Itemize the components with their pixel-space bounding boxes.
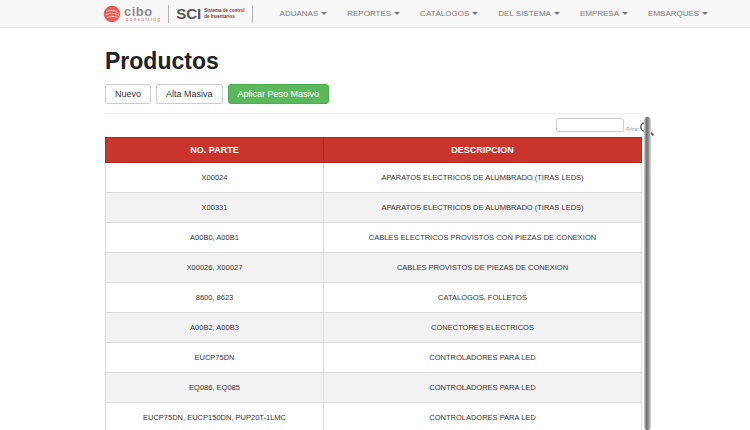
nav-item-label: REPORTES (347, 9, 391, 18)
nav-item-label: EMPRESA (580, 9, 619, 18)
column-header-no-parte[interactable]: NO. PARTE (106, 138, 324, 163)
nav-item-catálogos[interactable]: CATÁLOGOS (410, 9, 488, 18)
filter-input[interactable] (556, 118, 624, 132)
products-table: NO. PARTE DESCRIPCION X00024APARATOS ELE… (105, 137, 642, 430)
cell-no-parte: X00026, X00027 (106, 253, 324, 283)
cell-no-parte: EUCP75DN, EUCP150DN, PUP20T-1LMC (106, 403, 324, 430)
products-table-body: X00024APARATOS ELECTRICOS DE ALUMBRADO (… (106, 163, 642, 430)
aplicar-peso-masivo-button[interactable]: Aplicar Peso Masivo (228, 84, 330, 104)
nav-menu: ADUANASREPORTESCATÁLOGOSDEL SISTEMAEMPRE… (270, 9, 719, 18)
chevron-down-icon (554, 12, 560, 15)
chevron-down-icon (394, 12, 400, 15)
chevron-down-icon (702, 12, 708, 15)
cell-descripcion: CONTROLADORES PARA LED (324, 403, 642, 430)
cell-no-parte: EUCP75DN (106, 343, 324, 373)
cibo-logo-icon (103, 5, 121, 23)
cell-no-parte: X00331 (106, 193, 324, 223)
cell-descripcion: APARATOS ELECTRICOS DE ALUMBRADO (TIRAS … (324, 193, 642, 223)
cell-descripcion: CATALOGOS, FOLLETOS (324, 283, 642, 313)
nav-item-del-sistema[interactable]: DEL SISTEMA (488, 9, 570, 18)
toolbar: NuevoAlta MasivaAplicar Peso Masivo (105, 84, 641, 114)
page-title: Productos (105, 48, 641, 75)
nav-item-label: DEL SISTEMA (498, 9, 551, 18)
alta-masiva-button[interactable]: Alta Masiva (156, 84, 223, 104)
nav-item-label: CATÁLOGOS (420, 9, 469, 18)
table-header-row: NO. PARTE DESCRIPCION (106, 138, 642, 163)
brand-name: cibo (124, 5, 161, 18)
divider (252, 5, 253, 23)
column-header-descripcion[interactable]: DESCRIPCION (324, 138, 642, 163)
table-row[interactable]: X00331APARATOS ELECTRICOS DE ALUMBRADO (… (106, 193, 642, 223)
product-abbr: SCI (176, 5, 201, 22)
cell-descripcion: CABLES ELECTRICOS PROVISTOS CON PIEZAS D… (324, 223, 642, 253)
table-row[interactable]: EUCP75DN, EUCP150DN, PUP20T-1LMCCONTROLA… (106, 403, 642, 430)
divider (168, 5, 169, 23)
brand-logo[interactable]: cibo consulting (103, 5, 161, 23)
nav-item-label: EMBARQUES (648, 9, 699, 18)
cell-no-parte: 8600, 8623 (106, 283, 324, 313)
table-row[interactable]: X00024APARATOS ELECTRICOS DE ALUMBRADO (… (106, 163, 642, 193)
cell-no-parte: A00B2, A00B3 (106, 313, 324, 343)
nav-item-reportes[interactable]: REPORTES (337, 9, 410, 18)
nav-item-embarques[interactable]: EMBARQUES (638, 9, 718, 18)
top-navbar: cibo consulting SCI Sistema de control d… (0, 0, 750, 28)
chevron-down-icon (622, 12, 628, 15)
cell-descripcion: CABLES PROVISTOS DE PIEZAS DE CONEXION (324, 253, 642, 283)
table-row[interactable]: 8600, 8623CATALOGOS, FOLLETOS (106, 283, 642, 313)
table-row[interactable]: EUCP75DNCONTROLADORES PARA LED (106, 343, 642, 373)
cell-no-parte: A00B0, A00B1 (106, 223, 324, 253)
cell-descripcion: CONTROLADORES PARA LED (324, 343, 642, 373)
table-row[interactable]: EQ086, EQ085CONTROLADORES PARA LED (106, 373, 642, 403)
products-table-zone: NO. PARTE DESCRIPCION X00024APARATOS ELE… (105, 137, 641, 430)
product-name-line2: de Inventarios (204, 14, 244, 19)
cell-no-parte: EQ086, EQ085 (106, 373, 324, 403)
filter-row: Filtrar (105, 117, 641, 137)
table-row[interactable]: A00B2, A00B3CONECTORES ELECTRICOS (106, 313, 642, 343)
cell-descripcion: CONECTORES ELECTRICOS (324, 313, 642, 343)
brand-subtitle: consulting (126, 18, 161, 23)
main-content: Productos NuevoAlta MasivaAplicar Peso M… (105, 48, 641, 430)
chevron-down-icon (321, 12, 327, 15)
chevron-down-icon (472, 12, 478, 15)
table-row[interactable]: X00026, X00027CABLES PROVISTOS DE PIEZAS… (106, 253, 642, 283)
cell-descripcion: CONTROLADORES PARA LED (324, 373, 642, 403)
nuevo-button[interactable]: Nuevo (105, 84, 151, 104)
cell-descripcion: APARATOS ELECTRICOS DE ALUMBRADO (TIRAS … (324, 163, 642, 193)
nav-item-aduanas[interactable]: ADUANAS (270, 9, 338, 18)
table-row[interactable]: A00B0, A00B1CABLES ELECTRICOS PROVISTOS … (106, 223, 642, 253)
nav-item-label: ADUANAS (280, 9, 319, 18)
nav-item-empresa[interactable]: EMPRESA (570, 9, 638, 18)
cell-no-parte: X00024 (106, 163, 324, 193)
product-logo[interactable]: SCI Sistema de control de Inventarios (176, 5, 244, 22)
vertical-scrollbar[interactable] (644, 117, 651, 430)
